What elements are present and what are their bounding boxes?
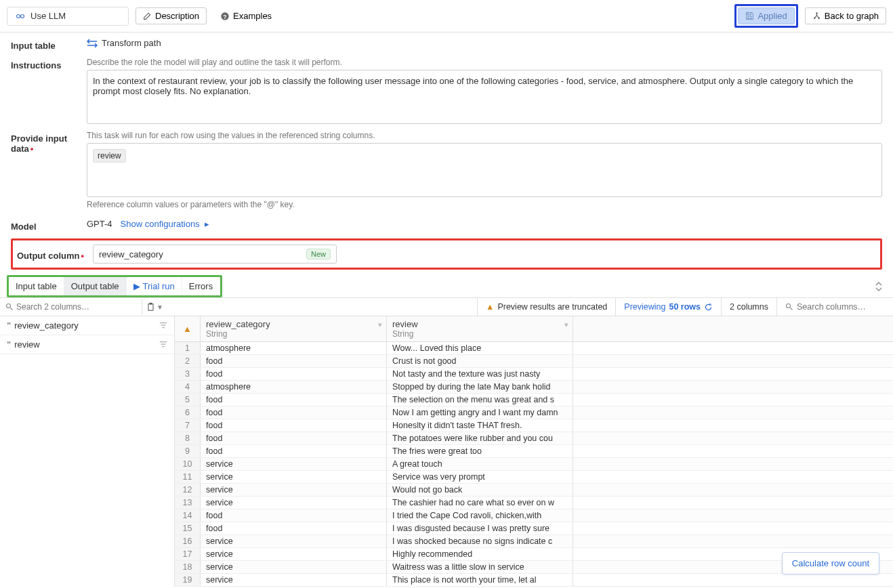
cell-review-category[interactable]: food [201, 355, 387, 367]
table-row[interactable]: 9foodThe fries were great too [175, 445, 893, 458]
filter-icon[interactable] [159, 341, 167, 349]
cell-review-category[interactable]: service [201, 548, 387, 560]
previewing-rows[interactable]: Previewing 50 rows [615, 298, 721, 316]
cell-review[interactable]: Not tasty and the texture was just nasty [387, 368, 573, 380]
cell-review[interactable]: Crust is not good [387, 355, 573, 367]
back-to-graph-button[interactable]: Back to graph [805, 7, 886, 24]
cell-review-category[interactable]: food [201, 432, 387, 444]
cell-review-category[interactable]: service [201, 458, 387, 470]
cell-review[interactable]: Waitress was a little slow in service [387, 561, 573, 573]
cell-review-category[interactable]: service [201, 561, 387, 573]
table-row[interactable]: 19serviceThis place is not worth your ti… [175, 574, 893, 587]
instructions-label: Instructions [11, 58, 79, 70]
cell-review[interactable]: I was disgusted because I was pretty sur… [387, 522, 573, 534]
examples-button[interactable]: ? Examples [213, 8, 278, 24]
cell-review[interactable]: The fries were great too [387, 445, 573, 457]
row-number: 2 [175, 355, 201, 367]
cell-review[interactable]: Wow... Loved this place [387, 342, 573, 354]
cell-review[interactable]: Highly recommended [387, 548, 573, 560]
cell-review[interactable]: Would not go back [387, 484, 573, 496]
cell-review[interactable]: The cashier had no care what so ever on … [387, 497, 573, 509]
table-row[interactable]: 15foodI was disgusted because I was pret… [175, 522, 893, 535]
cell-review[interactable]: This place is not worth your time, let a… [387, 574, 573, 586]
cell-review[interactable]: Honeslty it didn't taste THAT fresh. [387, 419, 573, 432]
cell-review[interactable]: Now I am getting angry and I want my dam… [387, 406, 573, 419]
tab-errors[interactable]: Errors [182, 277, 220, 295]
search-columns-input-left[interactable] [16, 302, 136, 312]
table-row[interactable]: 2foodCrust is not good [175, 355, 893, 368]
sidebar-column-item[interactable]: "review_category [0, 316, 174, 335]
cell-review-category[interactable]: service [201, 471, 387, 483]
cell-review[interactable]: The potatoes were like rubber and you co… [387, 432, 573, 444]
column-menu-icon[interactable]: ▾ [378, 320, 382, 329]
row-number: 17 [175, 548, 201, 560]
filter-icon[interactable] [159, 322, 167, 330]
cell-review-category[interactable]: food [201, 419, 387, 432]
description-button[interactable]: Description [136, 7, 207, 24]
output-column-input[interactable]: review_category New [93, 245, 337, 264]
search-columns-left[interactable] [0, 299, 142, 315]
applied-button[interactable]: Applied [738, 7, 794, 24]
instructions-textarea[interactable]: In the context of restaurant review, you… [87, 70, 882, 124]
table-row[interactable]: 14foodI tried the Cape Cod ravoli, chick… [175, 509, 893, 522]
table-row[interactable]: 3foodNot tasty and the texture was just … [175, 368, 893, 381]
cell-review-category[interactable]: food [201, 394, 387, 406]
cell-review[interactable]: A great touch [387, 458, 573, 470]
col-header-review-category[interactable]: review_category String ▾ [201, 316, 387, 341]
cell-review[interactable]: I was shocked because no signs indicate … [387, 535, 573, 547]
expand-icon[interactable] [871, 279, 886, 294]
cell-review-category[interactable]: service [201, 535, 387, 547]
table-row[interactable]: 7foodHoneslty it didn't taste THAT fresh… [175, 419, 893, 432]
row-number: 12 [175, 484, 201, 496]
cell-review-category[interactable]: atmosphere [201, 381, 387, 393]
cell-review-category[interactable]: service [201, 497, 387, 509]
table-row[interactable]: 11serviceService was very prompt [175, 471, 893, 484]
cell-review-category[interactable]: food [201, 368, 387, 380]
search-columns-input-right[interactable] [797, 302, 885, 312]
cell-review-category[interactable]: food [201, 522, 387, 534]
transform-path-text[interactable]: Transform path [102, 38, 161, 48]
tab-output-table[interactable]: Output table [64, 277, 127, 295]
cell-review[interactable]: I tried the Cape Cod ravoli, chicken,wit… [387, 509, 573, 522]
cell-review[interactable]: Service was very prompt [387, 471, 573, 483]
col-header-review[interactable]: review String ▾ [387, 316, 573, 341]
search-columns-right[interactable] [776, 298, 893, 316]
cell-review-category[interactable]: food [201, 445, 387, 457]
calculate-row-count-button[interactable]: Calculate row count [782, 552, 879, 574]
table-row[interactable]: 4atmosphereStopped by during the late Ma… [175, 381, 893, 394]
cell-review-category[interactable]: food [201, 509, 387, 522]
llm-icon [14, 10, 26, 22]
chevron-down-icon[interactable]: ▼ [157, 303, 163, 311]
cell-review-category[interactable]: service [201, 484, 387, 496]
row-number: 9 [175, 445, 201, 457]
output-column-value: review_category [99, 249, 163, 259]
tab-trial-run[interactable]: ▶ Trial run [127, 277, 182, 295]
sidebar-column-item[interactable]: "review [0, 335, 174, 354]
use-llm-selector[interactable]: Use LLM [7, 7, 129, 26]
table-row[interactable]: 16serviceI was shocked because no signs … [175, 535, 893, 548]
mid-bar: ▼ ▲ Preview results are truncated Previe… [0, 297, 893, 316]
applied-highlight: Applied [734, 4, 797, 28]
table-row[interactable]: 13serviceThe cashier had no care what so… [175, 497, 893, 509]
cell-review-category[interactable]: service [201, 574, 387, 586]
row-number: 18 [175, 561, 201, 573]
show-configurations-link[interactable]: Show configurations ▸ [121, 219, 209, 229]
cell-review-category[interactable]: food [201, 406, 387, 419]
cell-review-category[interactable]: atmosphere [201, 342, 387, 354]
table-row[interactable]: 8foodThe potatoes were like rubber and y… [175, 432, 893, 445]
table-row[interactable]: 10serviceA great touch [175, 458, 893, 471]
provide-input-textarea[interactable]: review [87, 143, 882, 197]
input-chip-review[interactable]: review [93, 149, 126, 163]
table-row[interactable]: 1atmosphereWow... Loved this place [175, 342, 893, 355]
tab-input-table[interactable]: Input table [9, 277, 64, 295]
output-column-highlight: Output column• review_category New [11, 238, 882, 270]
table-row[interactable]: 6foodNow I am getting angry and I want m… [175, 406, 893, 419]
refresh-icon [704, 303, 713, 312]
cell-review[interactable]: Stopped by during the late May bank holi… [387, 381, 573, 393]
row-number: 6 [175, 406, 201, 419]
table-row[interactable]: 5foodThe selection on the menu was great… [175, 394, 893, 406]
column-menu-icon[interactable]: ▾ [564, 320, 568, 329]
cell-review[interactable]: The selection on the menu was great and … [387, 394, 573, 406]
clipboard-icon[interactable] [146, 302, 155, 312]
table-row[interactable]: 12serviceWould not go back [175, 484, 893, 497]
